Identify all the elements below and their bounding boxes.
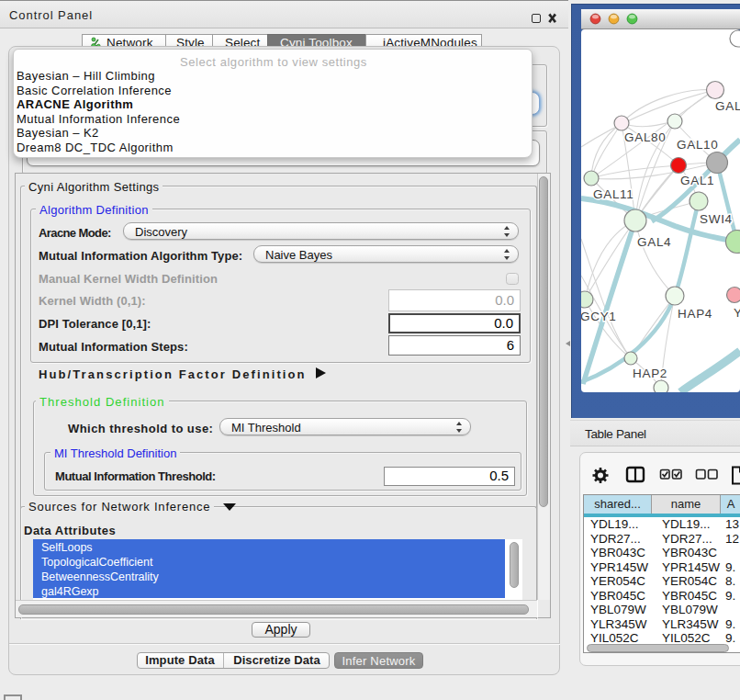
- svg-text:HAP4: HAP4: [678, 307, 712, 321]
- svg-text:GAL4: GAL4: [637, 235, 671, 249]
- svg-text:GAL11: GAL11: [593, 187, 634, 201]
- svg-text:Y: Y: [734, 306, 740, 320]
- svg-text:GAL10: GAL10: [677, 138, 719, 152]
- svg-text:SWI4: SWI4: [700, 212, 733, 226]
- svg-text:GAL80: GAL80: [624, 130, 667, 144]
- svg-text:HAP2: HAP2: [633, 367, 667, 380]
- svg-text:GAL1: GAL1: [680, 174, 714, 187]
- svg-text:GAL: GAL: [715, 99, 740, 113]
- svg-text:GCY1: GCY1: [581, 310, 617, 323]
